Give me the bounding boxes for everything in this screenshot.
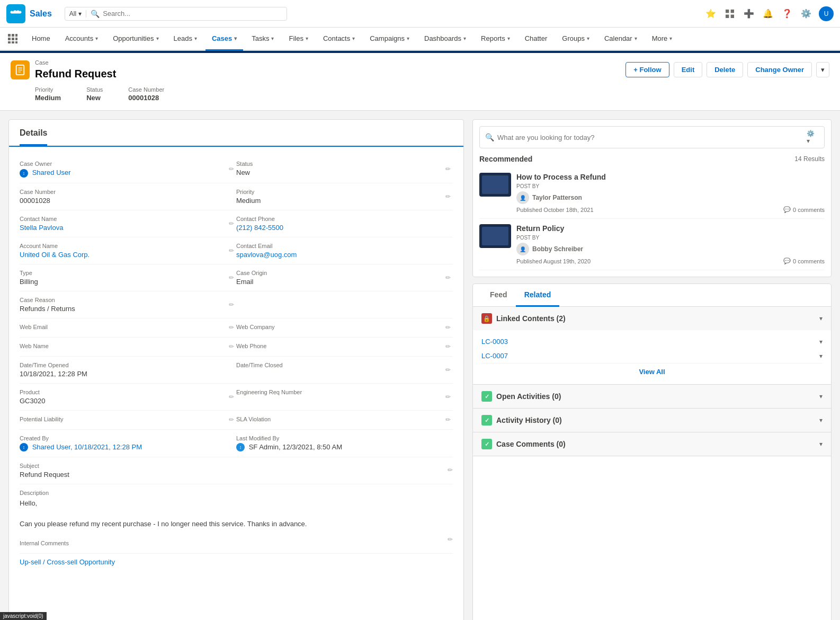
app-launcher-icon[interactable] [6,32,19,45]
user-avatar[interactable]: U [819,6,834,21]
nav-reports[interactable]: Reports ▾ [475,28,516,51]
lc-0003-link[interactable]: LC-0003 [481,338,508,346]
sla-violation-edit-icon[interactable]: ✏ [445,416,451,423]
search-input[interactable] [103,10,282,17]
engineering-req-edit-icon[interactable]: ✏ [445,393,451,401]
web-company-edit-icon[interactable]: ✏ [445,324,451,331]
contacts-chevron: ▾ [352,36,355,41]
field-contact-phone-value[interactable]: (212) 842-5500 [236,224,446,232]
record-title-text: Case Refund Request [35,59,116,80]
article-title-1[interactable]: How to Process a Refund [516,173,825,181]
case-origin-edit-icon[interactable]: ✏ [445,274,451,281]
open-activities-header[interactable]: ✓ Open Activities (0) ▾ [473,385,831,408]
web-email-edit-icon[interactable]: ✏ [229,324,234,331]
nav-dashboards[interactable]: Dashboards ▾ [418,28,472,51]
lc-0007-link[interactable]: LC-0007 [481,352,508,360]
add-icon[interactable]: ➕ [743,7,755,20]
account-name-edit-icon[interactable]: ✏ [229,247,234,254]
field-created-by-value[interactable]: ↕ Shared User, 10/18/2021, 12:28 PM [20,443,224,452]
knowledge-search-bar[interactable]: 🔍 ⚙️ ▾ [479,126,825,148]
case-comments-header[interactable]: ✓ Case Comments (0) ▾ [473,432,831,456]
field-sla-violation: SLA Violation ✏ [236,411,453,430]
nav-home[interactable]: Home [25,28,57,51]
field-web-phone: Web Phone ✏ [236,338,453,357]
web-name-edit-icon[interactable]: ✏ [229,343,234,350]
linked-contents-icon: 🔒 [481,313,492,324]
nav-campaigns[interactable]: Campaigns ▾ [363,28,416,51]
top-nav-icons: ⭐ ➕ 🔔 ❓ ⚙️ U [704,6,834,21]
feed-tab[interactable]: Feed [481,284,516,307]
article-author-2: Bobby Schreiber [532,245,583,253]
actions-dropdown-button[interactable]: ▾ [816,62,829,77]
knowledge-filter-icon[interactable]: ⚙️ ▾ [807,130,819,145]
delete-button[interactable]: Delete [707,62,743,77]
groups-chevron: ▾ [587,36,589,41]
field-contact-name-value[interactable]: Stella Pavlova [20,224,224,232]
svg-rect-9 [15,38,17,40]
potential-liability-edit-icon[interactable]: ✏ [229,416,234,423]
details-tab[interactable]: Details [20,128,47,146]
field-contact-email-value[interactable]: spavlova@uog.com [236,251,446,259]
field-case-number-value: 00001028 [20,197,224,205]
favorites-icon[interactable]: ⭐ [704,7,717,20]
field-subject: Subject Refund Request ✏ [20,457,453,484]
activity-history-header[interactable]: ✓ Activity History (0) ▾ [473,409,831,432]
product-edit-icon[interactable]: ✏ [229,393,234,401]
nav-files[interactable]: Files ▾ [282,28,314,51]
field-type: Type Billing ✏ [20,264,236,291]
subject-edit-icon[interactable]: ✏ [448,466,453,474]
datetime-closed-edit-icon[interactable]: ✏ [445,366,451,374]
nav-groups[interactable]: Groups ▾ [556,28,596,51]
salesforce-logo[interactable] [6,4,25,23]
open-activities-icon: ✓ [481,391,492,402]
global-search-bar[interactable]: All ▾ 🔍 [65,7,287,21]
change-owner-button[interactable]: Change Owner [747,62,812,77]
nav-calendar[interactable]: Calendar ▾ [598,28,644,51]
article-meta-2: POST BY 👤 Bobby Schreiber Published Augu… [516,235,825,264]
open-activities-section: ✓ Open Activities (0) ▾ [473,385,831,409]
field-last-modified: Last Modified By ↕ SF Admin, 12/3/2021, … [236,430,453,458]
field-case-owner-value[interactable]: ↕ Shared User [20,169,224,178]
list-item: LC-0003 ▾ [481,334,823,349]
upsell-link[interactable]: Up-sell / Cross-sell Opportunity [20,558,115,566]
help-icon[interactable]: ❓ [781,7,793,20]
nav-accounts[interactable]: Accounts ▾ [59,28,104,51]
priority-edit-icon[interactable]: ✏ [445,193,451,200]
field-datetime-opened: Date/Time Opened 10/18/2021, 12:28 PM [20,357,236,384]
nav-tasks[interactable]: Tasks ▾ [245,28,280,51]
nav-opportunities[interactable]: Opportunities ▾ [106,28,165,51]
lc-0007-chevron: ▾ [819,352,823,360]
type-edit-icon[interactable]: ✏ [229,274,234,281]
knowledge-search-input[interactable] [497,134,807,141]
article-thumb-1 [479,173,511,197]
notifications-icon[interactable]: 🔔 [762,7,774,20]
case-reason-edit-icon[interactable]: ✏ [229,301,234,308]
related-tab[interactable]: Related [516,284,560,307]
follow-button[interactable]: + Follow [625,62,669,77]
details-body: Case Owner ↕ Shared User ✏ Status New ✏ … [9,147,463,574]
open-activities-title: ✓ Open Activities (0) [481,391,561,402]
article-title-2[interactable]: Return Policy [516,224,825,233]
contact-name-edit-icon[interactable]: ✏ [229,220,234,227]
nav-chatter[interactable]: Chatter [519,28,554,51]
web-phone-edit-icon[interactable]: ✏ [445,343,451,350]
case-owner-edit-icon[interactable]: ✏ [229,165,234,173]
settings-icon[interactable]: ⚙️ [800,7,812,20]
nav-leads[interactable]: Leads ▾ [167,28,203,51]
leads-chevron: ▾ [194,36,197,41]
view-all-linked[interactable]: View All [481,363,823,380]
linked-contents-header[interactable]: 🔒 Linked Contents (2) ▾ [473,307,831,330]
field-account-name-value[interactable]: United Oil & Gas Corp. [20,251,224,259]
edit-button[interactable]: Edit [674,62,703,77]
nav-contacts[interactable]: Contacts ▾ [317,28,361,51]
internal-comments-edit-icon[interactable]: ✏ [448,536,453,543]
record-title: Refund Request [35,68,116,80]
setup-icon[interactable] [723,7,736,20]
status-edit-icon[interactable]: ✏ [445,165,451,173]
svg-rect-6 [15,34,17,37]
top-nav: Sales All ▾ 🔍 ⭐ ➕ 🔔 ❓ ⚙️ U [0,0,840,28]
field-contact-phone: Contact Phone (212) 842-5500 [236,210,453,237]
nav-more[interactable]: More ▾ [646,28,679,51]
nav-cases[interactable]: Cases ▾ [205,28,243,51]
search-scope[interactable]: All ▾ [69,10,86,17]
